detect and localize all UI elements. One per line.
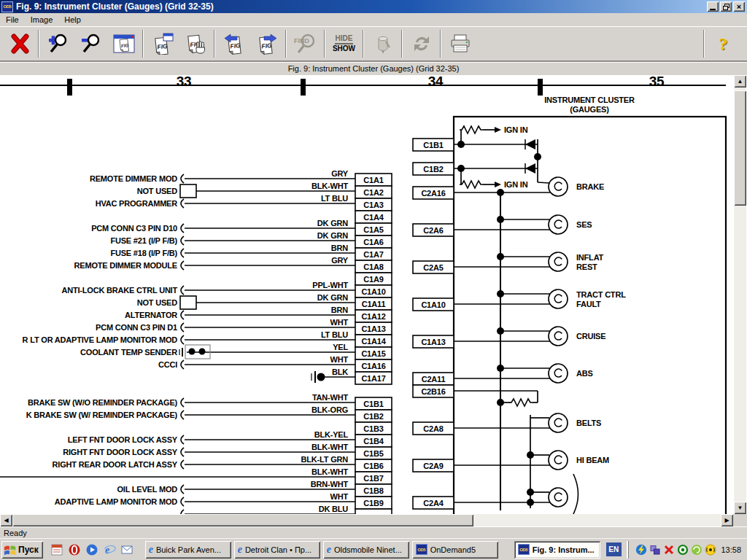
task-button-oldsmobile[interactable]: e Oldsmobile Ninet... — [323, 541, 409, 559]
component-label: R LT OR ADAPTIVE LAMP MONITOR MOD — [23, 335, 178, 344]
grid-tick — [301, 79, 306, 96]
scroll-up-button[interactable]: ▲ — [734, 75, 746, 88]
quick-launch: e — [49, 542, 135, 558]
restore-button[interactable] — [720, 1, 732, 12]
connector-hook — [181, 497, 184, 506]
close-button[interactable]: × — [733, 1, 745, 12]
task-button-buick[interactable]: e Buick Park Aven... — [145, 541, 231, 559]
mute-icon[interactable] — [662, 543, 675, 556]
minimize-button[interactable] — [707, 1, 719, 12]
close-figure-button[interactable] — [3, 28, 36, 59]
scroll-down-button[interactable]: ▼ — [734, 502, 746, 514]
indicator-lamp — [549, 289, 568, 308]
language-indicator[interactable]: EN — [606, 542, 622, 556]
title-bar: OD5 Fig. 9: Instrument Cluster (Gauges) … — [0, 0, 747, 13]
indicator-lamp — [549, 177, 568, 196]
application-window: OD5 Fig. 9: Instrument Cluster (Gauges) … — [0, 0, 747, 560]
wire-color-label: TAN-WHT — [312, 393, 349, 402]
vertical-scrollbar[interactable]: ▲ ▼ — [734, 75, 746, 514]
connector-hook — [181, 311, 184, 319]
hide-label: HIDE — [335, 34, 354, 45]
pin-label: C1A8 — [363, 262, 383, 271]
connector-hook — [181, 411, 184, 419]
scroll-right-button[interactable]: ▶ — [721, 514, 733, 526]
figure-viewport: 333435INSTRUMENT CLUSTER(GAUGES)C1A1REMO… — [0, 75, 747, 526]
zoom-out-button[interactable] — [74, 28, 107, 59]
wire-color-label: BLK — [332, 368, 348, 376]
next-figure-button[interactable] — [250, 28, 283, 59]
horizontal-scroll-thumb[interactable] — [12, 514, 473, 526]
pin-label: C1A2 — [363, 188, 383, 197]
connector-C2A11: C2A11 — [413, 373, 454, 385]
ie-icon: e — [238, 545, 242, 555]
fit-figure-window-button[interactable] — [107, 28, 140, 59]
start-label: Пуск — [18, 545, 39, 555]
pin-label: C1B3 — [363, 424, 383, 433]
previous-figure-button[interactable] — [217, 28, 250, 59]
network-icon[interactable] — [649, 543, 661, 556]
pin-label: C1A5 — [363, 225, 383, 234]
media-player-icon[interactable] — [84, 542, 100, 558]
component-label: LEFT FNT DOOR LOCK ASSY — [68, 435, 178, 444]
ie-icon[interactable]: e — [101, 542, 117, 558]
hide-show-button[interactable]: HIDE SHOW — [328, 28, 360, 59]
help-button[interactable]: ? — [707, 28, 740, 59]
menu-image[interactable]: Image — [25, 14, 59, 26]
component-label: ALTERNATOR — [125, 311, 177, 319]
nvidia-icon[interactable] — [690, 543, 703, 556]
horizontal-scrollbar[interactable]: ◀ ▶ — [0, 514, 733, 526]
pin-label: C1B6 — [363, 462, 383, 470]
scroll-left-button[interactable]: ◀ — [0, 514, 12, 526]
connector-hook — [181, 286, 184, 295]
find-button[interactable]: FIND — [289, 28, 322, 59]
ign-in-label: IGN IN — [504, 180, 528, 189]
pin-label: C1B4 — [363, 437, 384, 446]
power-icon[interactable] — [635, 543, 647, 556]
vertical-scroll-thumb[interactable] — [734, 90, 746, 206]
lamp-label: INFLAT — [576, 253, 604, 262]
history-icon[interactable] — [49, 542, 65, 558]
lamp-label: REST — [576, 262, 597, 271]
menu-help[interactable]: Help — [58, 14, 87, 26]
figure-canvas[interactable]: 333435INSTRUMENT CLUSTER(GAUGES)C1A1REMO… — [0, 75, 732, 514]
refresh-button[interactable] — [405, 28, 438, 59]
pin-label: C1B9 — [363, 499, 383, 508]
outlook-express-icon[interactable] — [119, 542, 135, 558]
resistor — [460, 126, 483, 133]
wire-color-label: BRN — [331, 306, 348, 314]
task-label: Detroit Clan • Пр... — [245, 545, 311, 554]
wire-row-C1A11: C1A11NOT USEDDK GRN — [137, 293, 392, 310]
zoom-out-icon — [80, 33, 102, 55]
cluster-title: INSTRUMENT CLUSTER — [544, 96, 635, 104]
menu-file[interactable]: File — [0, 14, 25, 26]
figure-pan-button[interactable] — [179, 28, 212, 59]
pin-label: C1B1 — [363, 400, 383, 408]
wire-color-label: LT BLU — [321, 194, 348, 203]
print-button[interactable] — [444, 28, 476, 59]
radio-icon[interactable] — [704, 543, 716, 556]
task-button-fig9[interactable]: OD5 Fig. 9: Instrum... — [514, 541, 600, 559]
start-button[interactable]: Пуск — [1, 541, 43, 559]
pin-label: C1B5 — [363, 449, 383, 458]
pin-label: C1A11 — [362, 300, 386, 308]
wire-row-C1A4: C1A4 — [355, 211, 392, 223]
zoom-in-button[interactable] — [42, 28, 74, 59]
task-label: Fig. 9: Instrum... — [533, 545, 595, 554]
wire-row-C1B2: C1B2K BRAKE SW (W/ REMINDER PACKAGE)BLK-… — [26, 405, 392, 422]
connector-C2A6: C2A6 — [413, 224, 454, 236]
lamp-label: BELTS — [576, 419, 601, 427]
task-button-detroit[interactable]: e Detroit Clan • Пр... — [234, 541, 320, 559]
pin-label: C1A13 — [361, 324, 385, 333]
wire — [538, 182, 549, 183]
monitor-icon[interactable] — [676, 543, 689, 556]
opera-icon[interactable] — [66, 542, 82, 558]
junction-dot — [527, 499, 534, 506]
paint-button[interactable] — [366, 28, 399, 59]
grid-label: 35 — [649, 75, 665, 89]
lamp-label: CRUISE — [576, 332, 605, 341]
grid-tick — [538, 79, 543, 96]
task-button-ondemand5[interactable]: OD5 OnDemand5 — [412, 541, 498, 559]
wire-row-C1A8: C1A8REMOTE DIMMER MODULEGRY — [74, 256, 392, 273]
connector-label: C2A9 — [423, 462, 443, 470]
figure-float-window-button[interactable] — [146, 28, 179, 59]
